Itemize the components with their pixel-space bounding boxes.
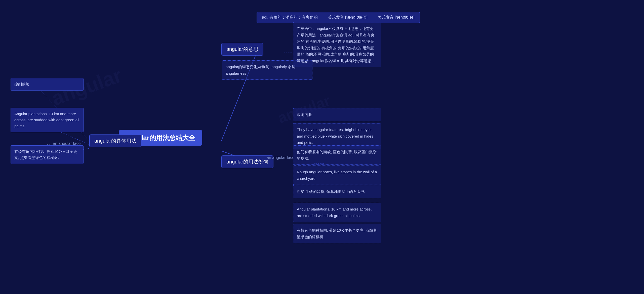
left-card-3-text: 有棱有角的种植园, 蔓延10公里甚至更宽, 点缀着墨绿色的棕榈树. xyxy=(14,149,77,160)
right-card-en2: Rough angular notes, like stones in the … xyxy=(293,165,381,185)
connector-example-short-right: an angular face xyxy=(267,155,294,160)
branch-meaning: angular的意思 xyxy=(221,43,263,56)
right-card-cn3: 有棱有角的种植园, 蔓延10公里甚至更宽, 点缀着墨绿色的棕榈树. xyxy=(293,224,381,243)
branch-meaning-label: angular的意思 xyxy=(226,46,258,52)
right-card-lean-face-text: 瘦削的脸 xyxy=(297,112,312,117)
right-card-cn2-text: 粗犷,生硬的音符, 像墓地围墙上的石头般. xyxy=(297,189,365,194)
example-short-left-text: an angular face xyxy=(53,141,80,146)
right-card-en3: Angular plantations, 10 km and more acro… xyxy=(293,203,381,222)
left-card-1: 瘦削的脸 xyxy=(11,78,84,91)
left-card-2-text: Angular plantations, 10 km and more acro… xyxy=(14,112,79,128)
american-pronunciation: 美式发音 [ˈæŋɡjʊlər] xyxy=(378,15,415,20)
left-card-2: Angular plantations, 10 km and more acro… xyxy=(11,108,84,132)
pronunciation-bar: adj. 有角的；消瘦的；有尖角的 英式发音 [ˈæŋɡjʊlə(r)] 美式发… xyxy=(257,12,420,23)
right-card-en3-text: Angular plantations, 10 km and more acro… xyxy=(297,207,372,218)
right-card-cn1-text: 他们有着瘦削的面貌, 蓝色的眼睛, 以及蓝白混杂的皮肤. xyxy=(297,150,377,160)
example-short-right-text: an angular face xyxy=(267,155,294,160)
branch-specific-label: angular的具体用法 xyxy=(94,138,136,144)
definition-main-text: 在英语中，angular不仅具有上述意思，还有更详尽的用法。angular作形容… xyxy=(297,26,375,63)
right-card-en2-text: Rough angular notes, like stones in the … xyxy=(297,170,377,181)
definition-text: adj. 有角的；消瘦的；有尖角的 xyxy=(262,15,318,20)
british-pronunciation: 英式发音 [ˈæŋɡjʊlə(r)] xyxy=(328,15,368,20)
definition-main-card: 在英语中，angular不仅具有上述意思，还有更详尽的用法。angular作形容… xyxy=(293,22,381,67)
right-card-en1-text: They have angular features, bright blue … xyxy=(297,128,373,145)
branch-examples: angular的用法例句 xyxy=(221,155,273,168)
branch-examples-label: angular的用法例句 xyxy=(226,159,268,164)
left-card-3: 有棱有角的种植园, 蔓延10公里甚至更宽, 点缀着墨绿色的棕榈树. xyxy=(11,145,84,164)
conjugation-text: angular的词态变化为:副词: angularly 名词: angularn… xyxy=(226,65,297,75)
right-card-cn3-text: 有棱有角的种植园, 蔓延10公里甚至更宽, 点缀着墨绿色的棕榈树. xyxy=(297,228,377,239)
branch-specific-usage: angular的具体用法 xyxy=(89,135,141,147)
right-card-cn1: 他们有着瘦削的面貌, 蓝色的眼睛, 以及蓝白混杂的皮肤. xyxy=(293,145,381,165)
canvas: angular angular adj. 有角的；消瘦的；有尖角的 英式发音 [… xyxy=(0,0,644,294)
right-card-cn2: 粗犷,生硬的音符, 像墓地围墙上的石头般. xyxy=(293,185,381,198)
left-card-1-text: 瘦削的脸 xyxy=(14,82,29,86)
right-card-lean-face: 瘦削的脸 xyxy=(293,108,381,121)
